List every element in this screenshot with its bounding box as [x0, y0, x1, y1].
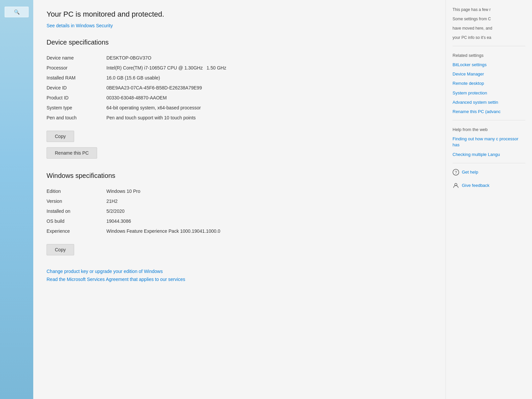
help-feedback: ? Get help Give feedback — [453, 169, 525, 192]
spec-value: DESKTOP-0BGV37O — [106, 53, 429, 63]
table-row: Product ID 00330-63048-48870-AAOEM — [47, 93, 429, 103]
related-settings: Related settings BitLocker settings Devi… — [453, 53, 525, 115]
table-row: Installed on 5/2/2020 — [47, 206, 429, 216]
device-specs-table: Device name DESKTOP-0BGV37O Processor In… — [47, 53, 429, 123]
divider-3 — [453, 163, 525, 163]
spec-value: 0BE9AA23-07CA-45F6-B58D-E26238A79E99 — [106, 83, 429, 93]
spec-label: System type — [47, 103, 106, 113]
table-row: Experience Windows Feature Experience Pa… — [47, 226, 429, 236]
table-row: Pen and touch Pen and touch support with… — [47, 113, 429, 123]
spec-value: Intel(R) Core(TM) i7-1065G7 CPU @ 1.30GH… — [106, 63, 429, 73]
spec-value: 21H2 — [106, 196, 429, 206]
note-line-1: This page has a few r — [453, 7, 525, 13]
spec-label: Device ID — [47, 83, 106, 93]
note-line-3: have moved here, and — [453, 25, 525, 31]
related-settings-title: Related settings — [453, 53, 525, 58]
divider — [453, 46, 525, 46]
spec-label: Pen and touch — [47, 113, 106, 123]
device-manager-link[interactable]: Device Manager — [453, 71, 525, 77]
give-feedback-link[interactable]: Give feedback — [462, 183, 489, 189]
help-cores-link[interactable]: Finding out how many c processor has — [453, 136, 525, 148]
device-specs-section: Device specifications Device name DESKTO… — [47, 39, 429, 169]
windows-specs-table: Edition Windows 10 Pro Version 21H2 Inst… — [47, 186, 429, 236]
help-from-web: Help from the web Finding out how many c… — [453, 127, 525, 158]
get-help-icon: ? — [453, 169, 459, 176]
spec-value: Windows Feature Experience Pack 1000.190… — [106, 226, 429, 236]
table-row: Installed RAM 16.0 GB (15.6 GB usable) — [47, 73, 429, 83]
note-line-2: Some settings from C — [453, 16, 525, 22]
note-line-4: your PC info so it's ea — [453, 35, 525, 41]
give-feedback-icon — [453, 182, 459, 189]
advanced-system-settings-link[interactable]: Advanced system settin — [453, 99, 525, 105]
windows-specs-copy-button[interactable]: Copy — [47, 244, 74, 255]
windows-security-link[interactable]: See details in Windows Security — [47, 23, 113, 28]
spec-label: Installed RAM — [47, 73, 106, 83]
table-row: Processor Intel(R) Core(TM) i7-1065G7 CP… — [47, 63, 429, 73]
device-specs-copy-button[interactable]: Copy — [47, 131, 74, 142]
spec-value: 19044.3086 — [106, 216, 429, 226]
spec-label: Product ID — [47, 93, 106, 103]
help-language-link[interactable]: Checking multiple Langu — [453, 152, 525, 158]
bottom-links: Change product key or upgrade your editi… — [47, 269, 429, 282]
windows-specs-heading: Windows specifications — [47, 172, 429, 180]
status-section: Your PC is monitored and protected. See … — [47, 10, 429, 29]
right-panel-note: This page has a few r Some settings from… — [453, 7, 525, 41]
sidebar: 🔍 — [0, 0, 33, 399]
get-help-item: ? Get help — [453, 169, 525, 179]
table-row: Device name DESKTOP-0BGV37O — [47, 53, 429, 63]
give-feedback-item: Give feedback — [453, 182, 525, 192]
spec-value: 00330-63048-48870-AAOEM — [106, 93, 429, 103]
search-box[interactable]: 🔍 — [5, 7, 29, 17]
spec-value: Pen and touch support with 10 touch poin… — [106, 113, 429, 123]
spec-label: Processor — [47, 63, 106, 73]
microsoft-services-link[interactable]: Read the Microsoft Services Agreement th… — [47, 277, 429, 282]
divider-2 — [453, 120, 525, 120]
svg-text:?: ? — [455, 170, 457, 175]
remote-desktop-link[interactable]: Remote desktop — [453, 80, 525, 86]
table-row: Device ID 0BE9AA23-07CA-45F6-B58D-E26238… — [47, 83, 429, 93]
device-specs-heading: Device specifications — [47, 39, 429, 46]
rename-pc-advanced-link[interactable]: Rename this PC (advanc — [453, 109, 525, 115]
spec-value: 64-bit operating system, x64-based proce… — [106, 103, 429, 113]
status-title: Your PC is monitored and protected. — [47, 10, 429, 19]
table-row: Version 21H2 — [47, 196, 429, 206]
spec-label: OS build — [47, 216, 106, 226]
rename-pc-button[interactable]: Rename this PC — [47, 147, 97, 159]
right-panel: This page has a few r Some settings from… — [446, 0, 532, 399]
table-row: System type 64-bit operating system, x64… — [47, 103, 429, 113]
table-row: OS build 19044.3086 — [47, 216, 429, 226]
spec-value: 16.0 GB (15.6 GB usable) — [106, 73, 429, 83]
table-row: Edition Windows 10 Pro — [47, 186, 429, 196]
spec-value: 5/2/2020 — [106, 206, 429, 216]
spec-label: Version — [47, 196, 106, 206]
system-protection-link[interactable]: System protection — [453, 90, 525, 96]
spec-label: Device name — [47, 53, 106, 63]
main-content: Your PC is monitored and protected. See … — [33, 0, 446, 399]
spec-label: Edition — [47, 186, 106, 196]
spec-label: Installed on — [47, 206, 106, 216]
change-product-key-link[interactable]: Change product key or upgrade your editi… — [47, 269, 429, 274]
get-help-link[interactable]: Get help — [462, 169, 478, 175]
help-title: Help from the web — [453, 127, 525, 132]
spec-label: Experience — [47, 226, 106, 236]
spec-value: Windows 10 Pro — [106, 186, 429, 196]
windows-specs-section: Windows specifications Edition Windows 1… — [47, 172, 429, 261]
bitlocker-link[interactable]: BitLocker settings — [453, 62, 525, 68]
search-icon: 🔍 — [14, 9, 20, 15]
